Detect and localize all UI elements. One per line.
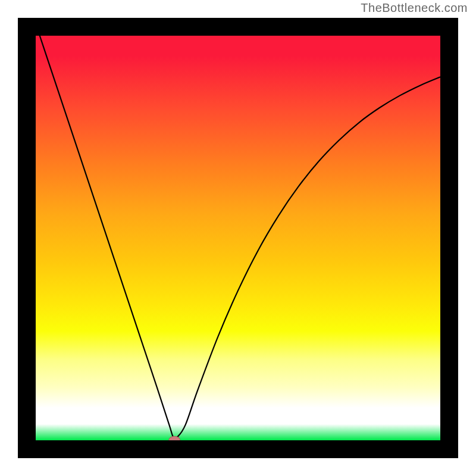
min-marker: [169, 436, 180, 440]
plot-gradient-bg: [36, 36, 440, 440]
plot-frame: [18, 18, 458, 458]
plot-svg: [36, 36, 440, 440]
bottleneck-curve: [36, 36, 440, 439]
watermark-text: TheBottleneck.com: [361, 1, 468, 15]
bottleneck-chart-figure: TheBottleneck.com: [0, 0, 476, 476]
